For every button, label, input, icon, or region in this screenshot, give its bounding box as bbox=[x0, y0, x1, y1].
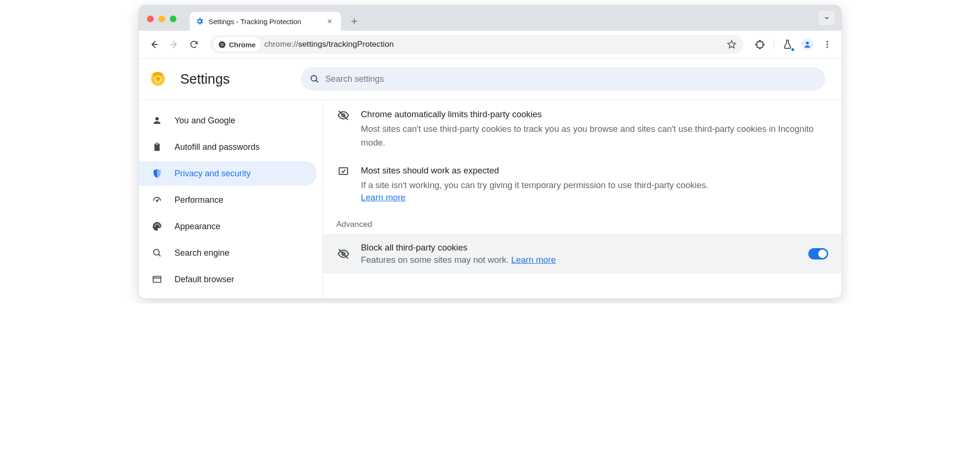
settings-header: Settings bbox=[139, 59, 841, 99]
settings-gear-icon bbox=[195, 17, 204, 26]
sidebar-item-label: Appearance bbox=[175, 222, 220, 232]
sidebar-item-you-and-google[interactable]: You and Google bbox=[139, 108, 317, 133]
adv-title: Block all third-party cookies bbox=[361, 242, 798, 253]
section-advanced: Advanced bbox=[323, 209, 841, 234]
info-row-cookies: Chrome automatically limits third-party … bbox=[323, 100, 841, 156]
info-desc: If a site isn't working, you can try giv… bbox=[361, 179, 828, 192]
person-icon bbox=[151, 115, 163, 126]
block-third-party-row: Block all third-party cookies Features o… bbox=[323, 234, 841, 274]
browser-icon bbox=[151, 274, 163, 285]
new-tab-button[interactable] bbox=[345, 12, 364, 31]
close-window-button[interactable] bbox=[147, 16, 154, 22]
palette-icon bbox=[151, 221, 163, 232]
svg-point-12 bbox=[157, 200, 158, 201]
sidebar-item-autofill[interactable]: Autofill and passwords bbox=[139, 135, 317, 159]
browser-window: Settings - Tracking Protection C bbox=[138, 5, 842, 299]
svg-point-3 bbox=[806, 42, 809, 44]
sidebar-item-search-engine[interactable]: Search engine bbox=[139, 241, 317, 265]
sidebar-item-label: Search engine bbox=[175, 248, 229, 258]
page-title: Settings bbox=[180, 71, 230, 87]
reload-button[interactable] bbox=[186, 36, 202, 52]
sidebar-item-default-browser[interactable]: Default browser bbox=[139, 267, 317, 292]
tab-title: Settings - Tracking Protection bbox=[209, 17, 322, 26]
tab-search-button[interactable] bbox=[819, 11, 835, 25]
labs-flask-icon[interactable] bbox=[781, 38, 794, 51]
svg-point-16 bbox=[159, 225, 160, 227]
info-row-expected: Most sites should work as expected If a … bbox=[323, 156, 841, 209]
window-controls bbox=[147, 16, 176, 22]
clipboard-icon bbox=[151, 142, 163, 152]
search-input[interactable] bbox=[325, 74, 817, 84]
visibility-off-icon bbox=[336, 248, 350, 260]
svg-rect-20 bbox=[339, 168, 348, 174]
svg-point-9 bbox=[156, 77, 161, 82]
svg-point-2 bbox=[221, 43, 223, 45]
info-title: Most sites should work as expected bbox=[361, 165, 828, 176]
browser-menu-button[interactable] bbox=[821, 38, 834, 51]
search-icon bbox=[151, 248, 163, 258]
svg-point-15 bbox=[158, 224, 159, 225]
browser-tab[interactable]: Settings - Tracking Protection bbox=[190, 12, 341, 31]
settings-main: Chrome automatically limits third-party … bbox=[323, 100, 841, 298]
learn-more-link[interactable]: Learn more bbox=[361, 192, 406, 202]
info-desc: Most sites can't use third-party cookies… bbox=[361, 122, 828, 149]
gauge-icon bbox=[151, 195, 163, 205]
sidebar-item-label: You and Google bbox=[175, 116, 235, 126]
maximize-window-button[interactable] bbox=[170, 16, 176, 22]
settings-sidebar: You and Google Autofill and passwords Pr… bbox=[139, 100, 323, 298]
sidebar-item-label: Default browser bbox=[175, 275, 234, 285]
sidebar-item-performance[interactable]: Performance bbox=[139, 188, 317, 212]
url-text: chrome://settings/trackingProtection bbox=[264, 40, 723, 49]
adv-desc: Features on some sites may not work. Lea… bbox=[361, 255, 798, 265]
chrome-logo-icon bbox=[150, 71, 166, 87]
shield-icon bbox=[151, 168, 163, 179]
svg-point-6 bbox=[826, 46, 828, 48]
toolbar-actions bbox=[754, 38, 834, 51]
learn-more-link[interactable]: Learn more bbox=[511, 255, 556, 265]
minimize-window-button[interactable] bbox=[158, 16, 165, 22]
site-chip-label: Chrome bbox=[229, 41, 256, 49]
sidebar-item-appearance[interactable]: Appearance bbox=[139, 214, 317, 239]
checkbox-icon bbox=[336, 165, 350, 203]
extensions-icon[interactable] bbox=[754, 38, 767, 51]
back-button[interactable] bbox=[146, 36, 162, 52]
toolbar-divider bbox=[774, 39, 774, 50]
info-title: Chrome automatically limits third-party … bbox=[361, 109, 828, 120]
svg-point-11 bbox=[155, 117, 158, 121]
sidebar-item-privacy[interactable]: Privacy and security bbox=[139, 161, 317, 186]
browser-toolbar: Chrome chrome://settings/trackingProtect… bbox=[139, 31, 841, 58]
search-settings[interactable] bbox=[301, 67, 825, 91]
chrome-icon bbox=[218, 41, 226, 49]
search-icon bbox=[309, 74, 320, 84]
svg-point-14 bbox=[156, 224, 157, 225]
visibility-off-icon bbox=[336, 109, 350, 149]
address-bar[interactable]: Chrome chrome://settings/trackingProtect… bbox=[210, 35, 744, 54]
bookmark-star-icon[interactable] bbox=[726, 39, 737, 50]
svg-point-5 bbox=[826, 43, 828, 45]
svg-point-13 bbox=[154, 225, 156, 227]
sidebar-item-label: Autofill and passwords bbox=[175, 142, 260, 152]
tab-strip: Settings - Tracking Protection bbox=[139, 5, 841, 31]
sidebar-item-label: Privacy and security bbox=[175, 169, 251, 179]
block-cookies-toggle[interactable] bbox=[808, 248, 828, 259]
sidebar-item-label: Performance bbox=[175, 195, 223, 205]
page-content: Settings You and Google Autofill and pas… bbox=[139, 58, 841, 298]
svg-point-4 bbox=[826, 41, 828, 43]
forward-button[interactable] bbox=[166, 36, 182, 52]
profile-avatar[interactable] bbox=[801, 38, 814, 51]
site-chip[interactable]: Chrome bbox=[213, 37, 261, 52]
close-tab-button[interactable] bbox=[327, 18, 335, 24]
svg-rect-18 bbox=[153, 276, 161, 283]
